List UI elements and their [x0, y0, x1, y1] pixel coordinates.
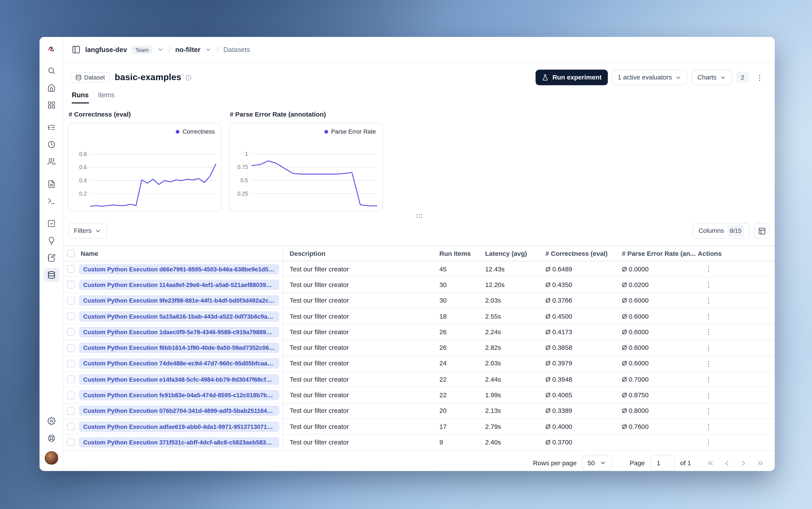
user-avatar[interactable]: [44, 451, 58, 465]
row-kebab-menu[interactable]: ⋮: [698, 344, 712, 352]
svg-text:0.75: 0.75: [237, 164, 248, 170]
row-checkbox[interactable]: [67, 407, 75, 415]
row-kebab-menu[interactable]: ⋮: [698, 360, 712, 368]
run-items-value: 30: [439, 297, 485, 304]
row-kebab-menu[interactable]: ⋮: [698, 407, 712, 415]
breadcrumb-section[interactable]: Datasets: [223, 46, 250, 54]
header-description[interactable]: Description: [283, 250, 439, 257]
dashboards-icon[interactable]: [43, 98, 59, 112]
row-kebab-menu[interactable]: ⋮: [698, 391, 712, 399]
last-page-button[interactable]: [752, 455, 768, 471]
row-kebab-menu[interactable]: ⋮: [698, 375, 712, 383]
chevron-down-icon[interactable]: [157, 46, 164, 53]
row-kebab-menu[interactable]: ⋮: [698, 438, 712, 446]
header-parse-error[interactable]: # Parse Error Rate (an...: [622, 250, 698, 257]
tab-items[interactable]: Items: [98, 91, 114, 104]
run-name-link[interactable]: Custom Python Execution 076b2704-341d-48…: [79, 406, 279, 416]
annotation-icon[interactable]: [43, 250, 59, 265]
run-name-link[interactable]: Custom Python Execution 1daec0f9-5e78-43…: [79, 327, 279, 337]
row-kebab-menu[interactable]: ⋮: [698, 422, 712, 430]
charts-dropdown[interactable]: Charts: [691, 70, 732, 86]
run-name-link[interactable]: Custom Python Execution adfae619-abb0-4d…: [79, 421, 279, 432]
row-checkbox[interactable]: [67, 265, 75, 273]
run-name-link[interactable]: Custom Python Execution e14fa348-5cfc-49…: [79, 374, 279, 384]
row-kebab-menu[interactable]: ⋮: [698, 312, 712, 320]
breadcrumb-project[interactable]: no-filter: [175, 46, 200, 54]
row-checkbox[interactable]: [67, 344, 75, 352]
correctness-value: Ø 0.4173: [545, 328, 622, 336]
run-items-value: 45: [439, 266, 485, 273]
run-name-link[interactable]: Custom Python Execution 5a15a616-1bab-44…: [79, 311, 279, 321]
run-items-value: 26: [439, 328, 485, 336]
search-icon[interactable]: [43, 64, 59, 78]
page-number-input[interactable]: 1: [650, 455, 675, 471]
prompts-icon[interactable]: [43, 177, 59, 191]
info-icon[interactable]: [185, 74, 192, 81]
run-name-link[interactable]: Custom Python Execution 9fe23f98-881e-44…: [79, 296, 279, 306]
run-name-link[interactable]: Custom Python Execution 74de488e-ec9d-47…: [79, 359, 279, 369]
sessions-icon[interactable]: [43, 137, 59, 152]
evaluation-icon[interactable]: [43, 216, 59, 231]
header-run-items[interactable]: Run Items: [439, 250, 485, 257]
playground-icon[interactable]: [43, 194, 59, 208]
chevron-down-icon[interactable]: [205, 46, 212, 53]
table-view-button[interactable]: [754, 223, 770, 239]
header-correctness[interactable]: # Correctness (eval): [545, 250, 622, 257]
first-page-button[interactable]: [702, 455, 718, 471]
row-kebab-menu[interactable]: ⋮: [698, 328, 712, 336]
tracing-icon[interactable]: [43, 120, 59, 135]
row-kebab-menu[interactable]: ⋮: [698, 297, 712, 305]
home-icon[interactable]: [43, 80, 59, 95]
run-name-cell: Custom Python Execution 9fe23f98-881e-44…: [78, 293, 283, 308]
run-experiment-button[interactable]: Run experiment: [536, 70, 608, 86]
run-name-link[interactable]: Custom Python Execution d66e7991-8595-45…: [79, 264, 279, 274]
row-checkbox[interactable]: [67, 360, 75, 368]
tab-runs[interactable]: Runs: [72, 91, 89, 104]
select-all-checkbox[interactable]: [67, 249, 75, 257]
row-checkbox[interactable]: [67, 422, 75, 430]
row-checkbox[interactable]: [67, 375, 75, 383]
run-name-link[interactable]: Custom Python Execution 371f531c-abff-4d…: [79, 437, 279, 447]
support-icon[interactable]: [43, 431, 59, 445]
run-name-cell: Custom Python Execution 114aa9ef-29e6-4e…: [78, 277, 283, 293]
langfuse-logo-icon[interactable]: [43, 42, 59, 56]
row-actions-cell: ⋮: [698, 281, 775, 289]
row-actions-cell: ⋮: [698, 407, 775, 415]
row-checkbox[interactable]: [67, 328, 75, 336]
header-name[interactable]: Name: [78, 246, 283, 261]
charts-count-badge: 2: [736, 72, 749, 83]
filters-button[interactable]: Filters: [68, 223, 107, 239]
row-checkbox[interactable]: [67, 281, 75, 289]
section-resize-handle[interactable]: [64, 212, 775, 220]
previous-page-button[interactable]: [719, 455, 735, 471]
latency-value: 2.24s: [485, 328, 545, 336]
evaluators-dropdown[interactable]: 1 active evaluators: [612, 70, 688, 86]
sidebar-toggle-icon[interactable]: [72, 45, 80, 54]
row-kebab-menu[interactable]: ⋮: [698, 281, 712, 289]
settings-icon[interactable]: [43, 414, 59, 428]
header-latency[interactable]: Latency (avg): [485, 250, 545, 257]
breadcrumb-org[interactable]: langfuse-dev: [86, 46, 127, 54]
row-checkbox[interactable]: [67, 312, 75, 320]
run-name-link[interactable]: Custom Python Execution fe91b83e-04a5-47…: [79, 390, 279, 400]
latency-value: 2.03s: [485, 360, 545, 367]
latency-value: 12.43s: [485, 266, 545, 273]
insights-icon[interactable]: [43, 234, 59, 248]
datasets-icon[interactable]: [43, 268, 59, 282]
row-checkbox-cell: [64, 344, 78, 352]
row-checkbox-cell: [64, 297, 78, 305]
columns-button[interactable]: Columns 8/15: [692, 223, 750, 239]
next-page-button[interactable]: [736, 455, 751, 471]
users-icon[interactable]: [43, 155, 59, 169]
row-checkbox[interactable]: [67, 391, 75, 399]
row-kebab-menu[interactable]: ⋮: [698, 265, 712, 273]
run-name-cell: Custom Python Execution 5a15a616-1bab-44…: [78, 309, 283, 324]
run-name-link[interactable]: Custom Python Execution 114aa9ef-29e6-4e…: [79, 280, 279, 290]
topbar: langfuse-dev Team / no-filter / Datasets: [64, 37, 775, 63]
run-items-value: 18: [439, 313, 485, 320]
rows-per-page-select[interactable]: 50: [582, 455, 612, 471]
row-checkbox[interactable]: [67, 438, 75, 446]
header-kebab-menu[interactable]: ⋮: [753, 70, 766, 85]
run-name-link[interactable]: Custom Python Execution f6bb1614-1f90-40…: [79, 343, 279, 353]
row-checkbox[interactable]: [67, 297, 75, 305]
